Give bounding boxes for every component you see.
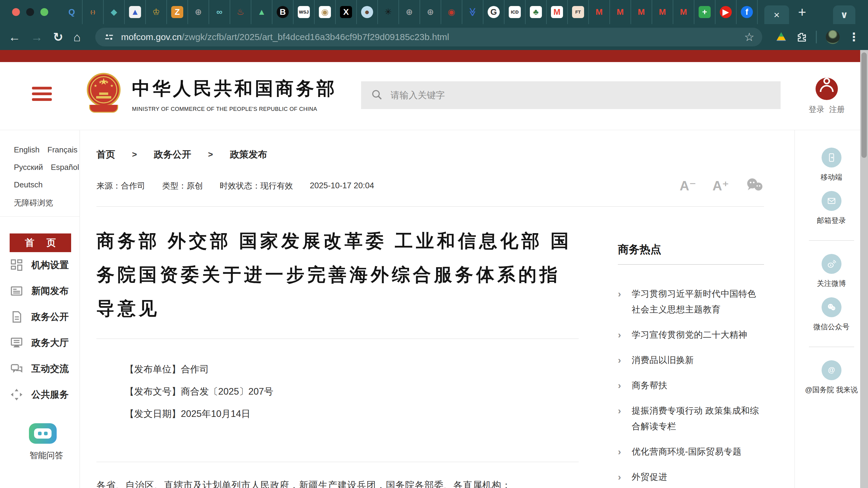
x-pinned-tab[interactable]: X [336, 0, 357, 24]
smart-qa-label[interactable]: 智能问答 [30, 450, 80, 461]
scrollbar-thumb[interactable] [861, 53, 867, 158]
url-text[interactable]: mofcom.gov.cn/zwgk/zcfb/art/2025/art_bf4… [121, 32, 450, 42]
font-smaller-button[interactable]: A⁻ [680, 178, 696, 193]
gmail-pinned-tab[interactable]: M [631, 0, 652, 24]
sidebar-item-doc[interactable]: 政务公开 [10, 304, 80, 330]
globe-pinned-tab[interactable]: ⊕ [399, 0, 420, 24]
language-link[interactable]: Русский [14, 163, 43, 172]
gmail-pinned-tab[interactable]: M [589, 0, 610, 24]
growth-pinned-tab[interactable]: ▲ [251, 0, 273, 24]
extensions-puzzle-icon[interactable] [796, 32, 807, 42]
hot-topic-link[interactable]: ›学习贯彻习近平新时代中国特色社会主义思想主题教育 [618, 286, 764, 317]
sidebar-item-service[interactable]: 公共服务 [10, 382, 80, 408]
globe-pinned-tab[interactable]: ⊕ [188, 0, 209, 24]
globe-pinned-tab[interactable]: ⊕ [420, 0, 441, 24]
palm-seal-pinned-tab[interactable]: ♣ [526, 0, 547, 24]
phone-icon[interactable] [822, 148, 841, 167]
active-tab[interactable]: × [764, 5, 789, 24]
openai-pinned-tab[interactable]: ✳ [378, 0, 399, 24]
national-emblem-logo[interactable]: ★ ★★ ★★ [87, 73, 121, 107]
forward-button[interactable]: → [31, 30, 43, 44]
language-link[interactable]: Deutsch [14, 180, 42, 189]
loop-pinned-tab[interactable]: ∞ [209, 0, 230, 24]
drive-icon[interactable] [775, 31, 787, 43]
gmail-pinned-tab[interactable]: M [652, 0, 673, 24]
hot-topic-link[interactable]: ›外贸促进 [618, 469, 764, 485]
hot-topic-link[interactable]: ›学习宣传贯彻党的二十大精神 [618, 327, 764, 343]
ft-pinned-tab[interactable]: FT [568, 0, 589, 24]
hot-topic-link[interactable]: ›提振消费专项行动 政策集成和综合解读专栏 [618, 403, 764, 434]
sidebar-item-hall[interactable]: 政务大厅 [10, 330, 80, 356]
emblem-pinned-tab[interactable]: ◉ [441, 0, 462, 24]
user-icon[interactable] [815, 78, 838, 100]
sheets-pinned-tab[interactable]: + [694, 0, 715, 24]
login-link[interactable]: 登录 [809, 104, 824, 115]
rail-item-phone[interactable]: 移动端 [821, 148, 842, 182]
rail-item-at[interactable]: @@国务院 我来说 [805, 360, 858, 395]
bookmark-star-icon[interactable]: ☆ [744, 30, 754, 44]
wechat-icon[interactable] [822, 297, 841, 317]
minimize-window-button[interactable] [26, 8, 34, 16]
browser-menu-icon[interactable]: ⋮ [848, 30, 860, 44]
home-button[interactable]: ⌂ [73, 30, 81, 44]
tab-search-chevron-button[interactable]: ∨ [833, 5, 855, 24]
address-bar[interactable]: mofcom.gov.cn/zwgk/zcfb/art/2025/art_bf4… [95, 28, 762, 46]
flame-pinned-tab[interactable]: ♨ [230, 0, 251, 24]
language-link[interactable]: English [14, 145, 39, 154]
notes-pinned-tab[interactable]: Z [167, 0, 188, 24]
site-search[interactable] [361, 82, 781, 109]
gmail-pinned-tab[interactable]: M [547, 0, 568, 24]
search-pinned-tab[interactable]: Q [61, 0, 83, 24]
site-title[interactable]: 中华人民共和国商务部 [132, 76, 337, 101]
register-link[interactable]: 注册 [829, 104, 845, 115]
robot-icon[interactable] [29, 423, 57, 444]
crown-pinned-tab[interactable]: ♔ [146, 0, 167, 24]
smart-qa[interactable]: 智能问答 [0, 423, 80, 461]
gem-pinned-tab[interactable]: ◆ [104, 0, 125, 24]
hamburger-menu-icon[interactable] [32, 87, 52, 104]
wsj-pinned-tab[interactable]: WSJ [293, 0, 315, 24]
breadcrumb-item[interactable]: 首页 [96, 148, 115, 161]
wechat-share-icon[interactable] [745, 178, 764, 194]
hot-topic-link[interactable]: ›优化营商环境-国际贸易专题 [618, 444, 764, 459]
close-window-button[interactable] [12, 8, 20, 16]
browser-scrollbar[interactable] [860, 50, 868, 488]
gmail-pinned-tab[interactable]: M [610, 0, 631, 24]
search-input[interactable] [391, 90, 781, 100]
font-larger-button[interactable]: A⁺ [712, 178, 729, 193]
breadcrumb-item[interactable]: 政策发布 [230, 148, 267, 161]
zoom-window-button[interactable] [40, 8, 48, 16]
icd-pinned-tab[interactable]: ICD [504, 0, 526, 24]
close-tab-icon[interactable]: × [774, 9, 780, 21]
chevrons-pinned-tab[interactable]: ≫ [462, 0, 484, 24]
breadcrumb-item[interactable]: 政务公开 [154, 148, 191, 161]
site-info-icon[interactable] [103, 31, 115, 43]
avatar-girl-pinned-tab[interactable]: ● [357, 0, 378, 24]
rail-item-wechat[interactable]: 微信公众号 [813, 297, 849, 332]
gmail-pinned-tab[interactable]: M [673, 0, 694, 24]
hot-topic-link[interactable]: ›商务帮扶 [618, 378, 764, 393]
rail-item-mail[interactable]: 邮箱登录 [817, 191, 846, 225]
brackets-pinned-tab[interactable]: (-) [83, 0, 104, 24]
rail-item-weibo[interactable]: 关注微博 [817, 254, 846, 288]
mail-icon[interactable] [822, 191, 841, 211]
sidebar-item-org[interactable]: 机构设置 [10, 252, 80, 278]
facebook-pinned-tab[interactable]: f [737, 0, 758, 24]
seal-pinned-tab[interactable]: ◉ [315, 0, 336, 24]
sidebar-item-chat[interactable]: 互动交流 [10, 356, 80, 382]
reload-button[interactable]: ↻ [53, 30, 63, 44]
profile-avatar[interactable] [826, 30, 840, 44]
weibo-icon[interactable] [822, 254, 841, 274]
b-pinned-tab[interactable]: B [273, 0, 293, 24]
hot-topic-link[interactable]: ›消费品以旧换新 [618, 352, 764, 368]
back-button[interactable]: ← [8, 30, 21, 44]
sidebar-item-home[interactable]: 首 页 [10, 233, 71, 252]
youtube-pinned-tab[interactable]: ▶ [715, 0, 737, 24]
language-link[interactable]: Français [47, 145, 78, 154]
language-link[interactable]: Español [51, 163, 79, 172]
g-pinned-tab[interactable]: G [484, 0, 504, 24]
at-icon[interactable]: @ [822, 360, 841, 380]
sidebar-item-news[interactable]: 新闻发布 [10, 278, 80, 304]
pen-pinned-tab[interactable]: ▲ [125, 0, 146, 24]
new-tab-button[interactable]: + [798, 0, 806, 24]
